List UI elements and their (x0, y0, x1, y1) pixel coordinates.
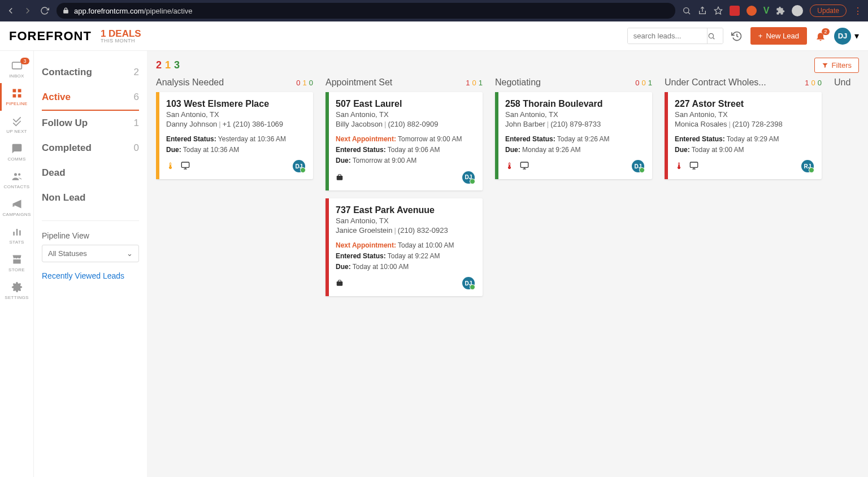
svg-line-5 (713, 37, 714, 39)
browser-chrome: app.forefrontcrm.com/pipeline/active V U… (0, 0, 868, 21)
card-title: 103 West Elsmere Place (166, 99, 305, 109)
forward-icon[interactable] (23, 6, 33, 16)
back-icon[interactable] (6, 6, 16, 16)
nav-stats[interactable]: STATS (0, 222, 34, 249)
search-input[interactable] (628, 28, 707, 44)
campaigns-icon (11, 198, 23, 210)
url-host: app.forefrontcrm.com (74, 7, 144, 15)
status-stripe (326, 198, 329, 297)
svg-point-11 (14, 173, 17, 176)
nav-contacts[interactable]: CONTACTS (0, 166, 34, 194)
filter-dead[interactable]: Dead (42, 161, 139, 185)
recently-viewed-link[interactable]: Recently Viewed Leads (42, 271, 139, 280)
settings-icon (11, 281, 23, 293)
menu-icon[interactable]: ⋮ (853, 6, 862, 16)
filter-count: 6 (134, 92, 139, 103)
svg-marker-3 (714, 7, 722, 14)
assignee-avatar: DJ (293, 160, 305, 172)
app-logo: FOREFRONT (9, 29, 92, 44)
zoom-icon[interactable] (682, 6, 691, 15)
svg-rect-13 (13, 232, 15, 236)
desktop-icon (689, 161, 698, 171)
chevron-down-icon: ▾ (854, 31, 859, 41)
profile-avatar[interactable] (792, 5, 803, 16)
filter-active[interactable]: Active6 (42, 85, 139, 111)
pipeline-column: Analysis Needed0 1 0 103 West Elsmere Pl… (156, 77, 313, 304)
summary-counts: 213 (156, 59, 180, 71)
svg-line-1 (688, 12, 689, 14)
pipeline-icon (11, 88, 23, 99)
search-button[interactable] (707, 28, 723, 44)
extension-icon[interactable]: V (763, 6, 770, 16)
topbar: FOREFRONT 1 DEALS THIS MONTH +New Lead 2… (0, 21, 868, 51)
search-wrap (627, 28, 723, 44)
url-bar[interactable]: app.forefrontcrm.com/pipeline/active (57, 3, 675, 19)
card-meta: Next Appointment: Tomorrow at 9:00 AMEnt… (336, 134, 475, 167)
column-title: Und (834, 77, 850, 88)
plus-icon: + (758, 32, 763, 40)
filters-button[interactable]: Filters (814, 58, 859, 73)
filter-non-lead[interactable]: Non Lead (42, 185, 139, 210)
pipeline-column: Negotiating0 0 1 258 Thorain Boulevard S… (495, 77, 652, 304)
status-stripe (326, 92, 329, 190)
lead-card[interactable]: 737 East Park Avenuue San Antonio, TX Ja… (326, 198, 483, 297)
puzzle-icon[interactable] (776, 6, 785, 15)
card-location: San Antonio, TX (505, 110, 644, 119)
desktop-icon (181, 161, 190, 171)
filter-contacting[interactable]: Contacting2 (42, 60, 139, 85)
store-icon (11, 254, 23, 265)
assignee-avatar: DJ (632, 160, 644, 172)
column-counts: 1 0 1 (466, 79, 483, 87)
nav-pipeline[interactable]: PIPELINE (0, 83, 34, 111)
nav-label: CONTACTS (4, 184, 30, 189)
filter-label: Follow Up (42, 118, 88, 129)
extension-icon[interactable] (747, 6, 757, 16)
column-counts: 0 0 1 (635, 79, 652, 87)
status-stripe (495, 92, 498, 179)
nav-label: SETTINGS (5, 295, 28, 300)
filter-follow-up[interactable]: Follow Up1 (42, 111, 139, 136)
lead-card[interactable]: 103 West Elsmere Place San Antonio, TX D… (156, 92, 313, 179)
nav-badge: 3 (20, 58, 29, 64)
filter-completed[interactable]: Completed0 (42, 136, 139, 161)
svg-rect-14 (16, 229, 18, 236)
svg-rect-17 (181, 162, 189, 167)
share-icon[interactable] (698, 6, 707, 15)
card-title: 737 East Park Avenuue (336, 205, 475, 215)
lead-card[interactable]: 507 East Laurel San Antonio, TX Billy Ja… (326, 92, 483, 190)
comms-icon (11, 143, 23, 154)
user-menu[interactable]: DJ ▾ (834, 28, 859, 45)
upnext-icon (11, 115, 23, 127)
card-contact: Billy Jacobson|(210) 882-0909 (336, 120, 475, 128)
history-icon[interactable] (731, 31, 743, 42)
url-path: /pipeline/active (144, 7, 193, 15)
contacts-icon (11, 171, 23, 182)
nav-label: UP NEXT (6, 129, 27, 134)
extension-icon[interactable] (730, 6, 740, 16)
star-icon[interactable] (714, 6, 723, 15)
assignee-avatar: RJ (801, 160, 814, 172)
nav-upnext[interactable]: UP NEXT (0, 111, 34, 138)
column-title: Analysis Needed (156, 77, 224, 88)
svg-rect-25 (690, 162, 697, 167)
card-location: San Antonio, TX (336, 110, 475, 119)
nav-comms[interactable]: COMMS (0, 138, 34, 166)
lead-card[interactable]: 258 Thorain Boulevard San Antonio, TX Jo… (495, 92, 652, 179)
card-meta: Entered Status: Today at 9:26 AMDue: Mon… (505, 134, 644, 155)
temperature-icon: 🌡 (505, 161, 514, 171)
nav-store[interactable]: STORE (0, 249, 34, 277)
nav-settings[interactable]: SETTINGS (0, 277, 34, 305)
card-title: 507 East Laurel (336, 99, 475, 109)
notifications-button[interactable]: 2 (815, 31, 826, 42)
status-select[interactable]: All Statuses⌄ (42, 245, 139, 262)
lead-card[interactable]: 227 Astor Street San Antonio, TX Monica … (665, 92, 822, 179)
nav-inbox[interactable]: INBOX3 (0, 55, 34, 83)
nav-campaigns[interactable]: CAMPAIGNS (0, 194, 34, 222)
svg-rect-10 (18, 94, 21, 98)
update-button[interactable]: Update (810, 5, 847, 17)
new-lead-button[interactable]: +New Lead (750, 27, 807, 45)
reload-icon[interactable] (40, 6, 50, 16)
card-title: 258 Thorain Boulevard (505, 99, 644, 109)
pipeline-column: Under Contract Wholes...1 0 0 227 Astor … (665, 77, 822, 304)
filter-count: 2 (134, 67, 139, 78)
